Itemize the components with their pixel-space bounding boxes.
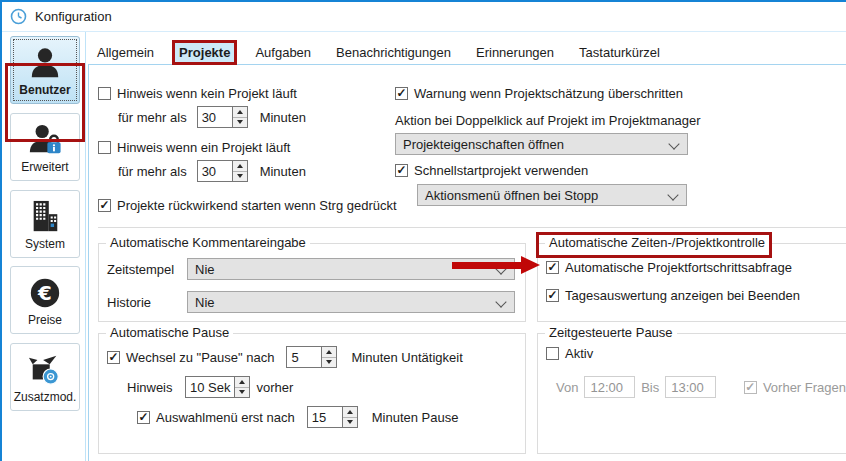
checkbox-label: Vorher Fragen (763, 380, 846, 395)
addon-box-icon (28, 352, 62, 388)
dropdown-value: Nie (195, 295, 215, 310)
tab-aufgaben[interactable]: Aufgaben (251, 43, 315, 62)
checkbox-label: Schnellstartprojekt verwenden (414, 163, 588, 178)
spinner-down-icon[interactable] (235, 388, 249, 398)
sidebar-item-benutzer[interactable]: Benutzer (10, 36, 80, 104)
minutes-pause-label: Minuten Pause (372, 410, 459, 425)
inactivity-label: Minuten Untätigkeit (351, 350, 462, 365)
spinner-down-icon[interactable] (322, 358, 336, 368)
sidebar-item-erweitert[interactable]: Erweitert (10, 113, 80, 181)
dropdown-value: Projekteigenschaften öffnen (403, 137, 564, 152)
window-border-left (0, 0, 2, 461)
historie-label: Historie (107, 295, 181, 310)
titlebar: Konfiguration (2, 2, 846, 31)
spinner-value[interactable]: 30 (198, 107, 232, 127)
checkbox-tagesauswertung[interactable] (546, 289, 559, 302)
von-time-field: 12:00 (584, 376, 635, 398)
hint-seconds-spinner[interactable]: 10 Sek (185, 376, 250, 398)
group-title: Automatische Zeiten-/Projektkontrolle (545, 235, 769, 250)
checkbox-warnung-schaetzung[interactable] (395, 87, 408, 100)
checkbox-wechsel-pause[interactable] (107, 351, 120, 364)
group-title: Automatische Pause (106, 325, 233, 340)
project-hints-section: Hinweis wenn kein Projekt läuft für mehr… (98, 83, 398, 215)
for-more-than-label: für mehr als (118, 110, 187, 125)
spinner-up-icon[interactable] (233, 107, 247, 118)
minutes-spinner-no-project[interactable]: 30 (197, 106, 248, 128)
euro-icon: € (28, 275, 62, 311)
group-automatische-pause: Automatische Pause Wechsel zu "Pause" na… (98, 333, 526, 454)
sidebar-item-label: System (25, 238, 65, 250)
annotation-arrow-head (521, 256, 540, 274)
spinner-up-icon[interactable] (235, 377, 249, 388)
spinner-value[interactable]: 15 (308, 407, 342, 427)
selection-minutes-spinner[interactable]: 15 (307, 406, 358, 428)
checkbox-label: Auswahlmenü erst nach (156, 410, 295, 425)
user-lock-icon (28, 122, 62, 158)
checkbox-label: Automatische Projektfortschrittsabfrage (565, 260, 792, 275)
spinner-up-icon[interactable] (322, 347, 336, 358)
sidebar: Benutzer Erweitert System (2, 33, 88, 461)
sidebar-item-label: Preise (28, 314, 62, 326)
quickstart-action-dropdown[interactable]: Aktionsmenü öffnen bei Stopp (417, 184, 687, 206)
sidebar-item-label: Erweitert (21, 161, 68, 173)
checkbox-label: Tagesauswertung anzeigen bei Beenden (565, 288, 800, 303)
group-projektkontrolle: Automatische Zeiten-/Projektkontrolle Au… (537, 243, 846, 322)
minutes-label: Minuten (260, 110, 306, 125)
minutes-spinner-running[interactable]: 30 (197, 160, 248, 182)
von-label: Von (556, 380, 578, 395)
tabpage-left-border (88, 64, 89, 461)
checkbox-hinweis-kein-projekt[interactable] (98, 87, 111, 100)
checkbox-label: Hinweis wenn kein Projekt läuft (117, 86, 297, 101)
spinner-down-icon[interactable] (233, 172, 247, 182)
sidebar-item-system[interactable]: System (10, 190, 80, 258)
bis-label: Bis (641, 380, 659, 395)
sidebar-item-label: Zusatzmod. (14, 391, 77, 403)
checkbox-schnellstartprojekt[interactable] (395, 164, 408, 177)
tab-benachrichtigungen[interactable]: Benachrichtigungen (332, 43, 455, 62)
tab-erinnerungen[interactable]: Erinnerungen (472, 43, 558, 62)
annotation-arrow (452, 262, 522, 269)
spinner-value[interactable]: 30 (198, 161, 232, 181)
tab-underline (88, 64, 846, 65)
checkbox-aktiv[interactable] (546, 347, 559, 360)
checkbox-vorher-fragen (744, 381, 757, 394)
doubleclick-action-label: Aktion bei Doppelklick auf Projekt im Pr… (395, 113, 701, 128)
checkbox-rueckwirkend[interactable] (98, 199, 111, 212)
spinner-up-icon[interactable] (343, 407, 357, 418)
checkbox-label: Wechsel zu "Pause" nach (126, 350, 274, 365)
checkbox-hinweis-ein-projekt[interactable] (98, 141, 111, 154)
vorher-label: vorher (256, 380, 293, 395)
pause-minutes-spinner[interactable]: 5 (286, 346, 337, 368)
hinweis-label: Hinweis (127, 380, 179, 395)
sidebar-item-zusatzmod[interactable]: Zusatzmod. (10, 343, 80, 411)
sidebar-separator (85, 32, 86, 461)
checkbox-label: Warnung wenn Projektschätzung überschrit… (414, 86, 683, 101)
zeitstempel-label: Zeitstempel (107, 262, 181, 277)
spinner-down-icon[interactable] (233, 118, 247, 128)
spinner-up-icon[interactable] (233, 161, 247, 172)
sidebar-item-label: Benutzer (19, 84, 70, 96)
section-divider (98, 227, 846, 228)
historie-dropdown[interactable]: Nie (187, 291, 515, 313)
tab-allgemein[interactable]: Allgemein (93, 43, 158, 62)
checkbox-label: Aktiv (565, 346, 593, 361)
bis-time-field: 13:00 (665, 376, 716, 398)
window-title: Konfiguration (35, 9, 112, 24)
sidebar-item-preise[interactable]: € Preise (10, 266, 80, 334)
checkbox-auswahlmenu[interactable] (137, 411, 150, 424)
checkbox-label: Hinweis wenn ein Projekt läuft (117, 140, 290, 155)
spinner-value[interactable]: 5 (287, 347, 321, 367)
tab-tastaturkuerzel[interactable]: Tastaturkürzel (575, 43, 664, 62)
doubleclick-action-dropdown[interactable]: Projekteigenschaften öffnen (395, 133, 688, 155)
for-more-than-label: für mehr als (118, 164, 187, 179)
group-title: Automatische Kommentareingabe (106, 235, 310, 250)
clock-icon (10, 8, 27, 25)
tab-projekte[interactable]: Projekte (175, 43, 234, 62)
svg-text:€: € (37, 281, 52, 304)
spinner-down-icon[interactable] (343, 418, 357, 428)
project-actions-section: Warnung wenn Projektschätzung überschrit… (395, 83, 735, 206)
group-kommentareingabe: Automatische Kommentareingabe Zeitstempe… (98, 243, 526, 322)
spinner-value[interactable]: 10 Sek (186, 377, 234, 397)
checkbox-projektfortschrittsabfrage[interactable] (546, 261, 559, 274)
group-zeitgesteuerte-pause: Zeitgesteuerte Pause Aktiv Von 12:00 Bis… (537, 333, 846, 454)
